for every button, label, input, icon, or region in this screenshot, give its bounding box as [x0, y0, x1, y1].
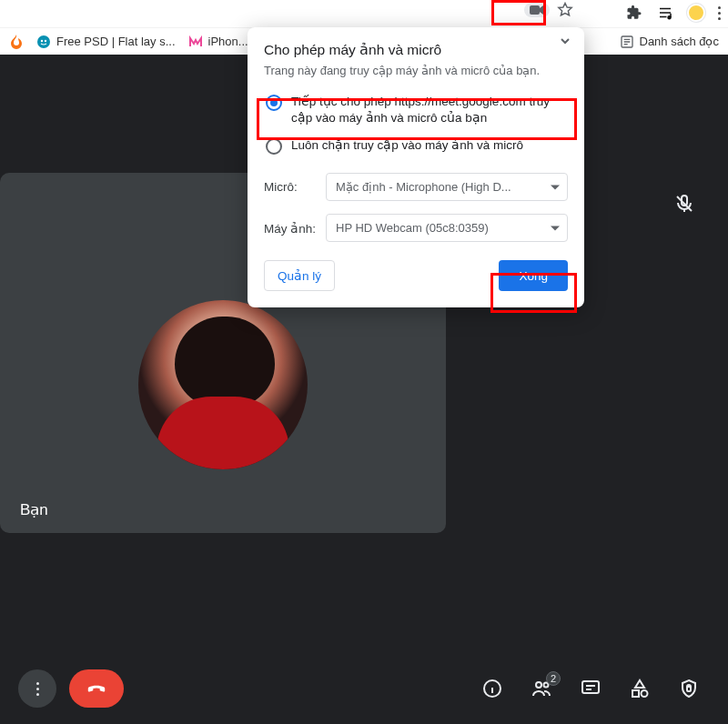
camera-select[interactable]: HP HD Webcam (05c8:0359)	[326, 214, 568, 242]
radio-block-label: Luôn chặn truy cập vào máy ảnh và micrô	[291, 137, 566, 155]
more-options-button[interactable]	[18, 669, 56, 708]
letter-m-icon	[188, 35, 203, 49]
shapes-icon	[629, 678, 651, 699]
people-button[interactable]: 2	[530, 677, 553, 700]
chevron-down-icon	[551, 185, 560, 189]
chrome-menu-icon[interactable]	[718, 6, 721, 20]
camera-label: Máy ảnh:	[264, 221, 317, 236]
svg-rect-9	[582, 681, 599, 693]
radio-unchecked-icon	[266, 138, 282, 155]
manage-button[interactable]: Quản lý	[264, 260, 335, 291]
meet-bottom-bar: 2	[0, 653, 728, 724]
done-button[interactable]: Xong	[499, 260, 568, 291]
avatar	[138, 300, 308, 469]
mic-select-value: Mặc định - Microphone (High D...	[336, 180, 511, 194]
chevron-down-icon	[551, 226, 560, 230]
svg-rect-10	[632, 690, 639, 697]
chat-icon	[580, 678, 602, 699]
radio-block[interactable]: Luôn chặn truy cập vào máy ảnh và micrô	[264, 132, 568, 160]
browser-toolbar	[0, 0, 728, 27]
radio-checked-icon	[266, 95, 282, 111]
profile-extension-icon[interactable]	[687, 4, 705, 22]
bookmark-item[interactable]: iPhon...	[188, 35, 248, 49]
svg-point-4	[45, 39, 46, 41]
music-extension-icon[interactable]	[656, 4, 674, 22]
bookmark-item[interactable]: Free PSD | Flat lay s...	[36, 35, 176, 49]
flame-icon	[9, 35, 24, 49]
camera-select-value: HP HD Webcam (05c8:0359)	[336, 221, 489, 235]
info-icon	[481, 678, 503, 699]
tile-name-label: Bạn	[20, 500, 48, 519]
activities-button[interactable]	[628, 677, 652, 700]
phone-hangup-icon	[85, 677, 108, 700]
camera-in-use-chip[interactable]	[524, 3, 550, 17]
shield-lock-icon	[678, 678, 700, 699]
mic-label: Micrô:	[264, 180, 317, 194]
list-icon	[620, 35, 634, 49]
bottom-right-controls: 2	[480, 677, 710, 700]
bookmark-label: iPhon...	[208, 35, 248, 48]
mic-muted-icon[interactable]	[668, 187, 701, 220]
people-count-badge: 2	[546, 671, 561, 686]
reading-list-label: Danh sách đọc	[640, 35, 720, 48]
reading-list-button[interactable]: Danh sách đọc	[620, 35, 720, 49]
hangup-button[interactable]	[69, 669, 124, 708]
permission-title: Cho phép máy ảnh và micrô	[264, 42, 568, 58]
chat-button[interactable]	[579, 677, 602, 700]
mic-select[interactable]: Mặc định - Microphone (High D...	[326, 173, 568, 201]
radio-allow-label: Tiếp tục cho phép https://meet.google.co…	[291, 94, 566, 126]
popup-collapse-icon[interactable]	[559, 35, 571, 47]
permission-popup: Cho phép máy ảnh và micrô Trang này đang…	[248, 27, 584, 307]
bookmark-item[interactable]	[9, 35, 24, 49]
radio-allow[interactable]: Tiếp tục cho phép https://meet.google.co…	[264, 88, 568, 132]
camera-icon	[530, 5, 544, 15]
svg-point-11	[642, 690, 648, 697]
browser-right-icons	[625, 4, 721, 22]
permission-subtitle: Trang này đang truy cập máy ảnh và micrô…	[264, 64, 568, 77]
svg-rect-0	[530, 5, 540, 15]
info-button[interactable]	[480, 677, 504, 700]
svg-point-2	[37, 35, 50, 48]
host-controls-button[interactable]	[677, 677, 701, 700]
address-bar-indicators	[524, 2, 573, 18]
svg-point-7	[536, 682, 541, 688]
svg-point-3	[41, 39, 43, 41]
extensions-icon[interactable]	[625, 4, 643, 22]
dots-vertical-icon	[36, 682, 39, 696]
bookmark-star-icon[interactable]	[557, 2, 573, 18]
bookmark-label: Free PSD | Flat lay s...	[56, 35, 176, 48]
freepik-icon	[36, 35, 51, 49]
